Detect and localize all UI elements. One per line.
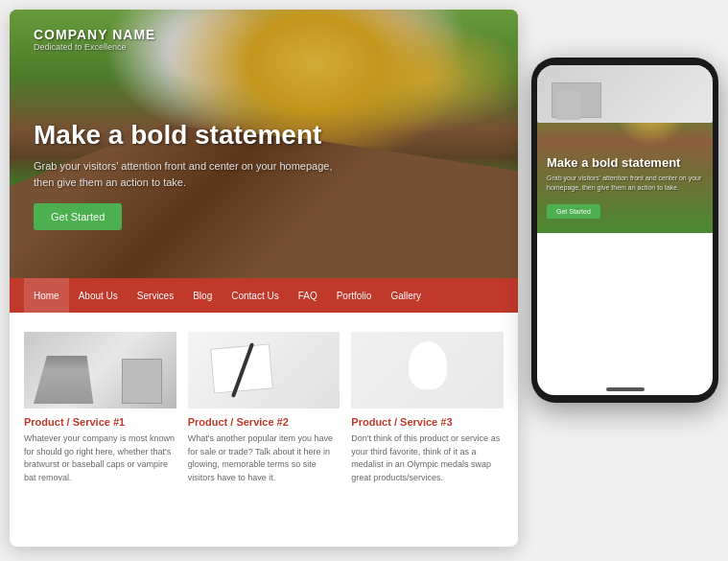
- mobile-mockup: COMPANY NAME Dedicated to Excellence ≡ M…: [531, 58, 718, 403]
- pen-notepad-decoration: [188, 332, 341, 409]
- company-tagline: Dedicated to Excellence: [34, 42, 155, 52]
- mobile-hero-content: Make a bold statement Grab your visitors…: [547, 155, 703, 219]
- product-image-3: [351, 332, 504, 409]
- nav-item-blog[interactable]: Blog: [183, 278, 222, 313]
- product-title-2: Product / Service #2: [188, 416, 341, 428]
- product-desc-3: Don't think of this product or service a…: [351, 432, 504, 484]
- product-3-decoration: [351, 332, 504, 409]
- product-title-3: Product / Service #3: [351, 416, 504, 428]
- product-desc-1: Whatever your company is most known for …: [24, 432, 176, 484]
- mobile-screen: COMPANY NAME Dedicated to Excellence ≡ M…: [537, 65, 713, 395]
- product-card-2: Product / Service #2 What's another popu…: [188, 332, 341, 484]
- hero-subtitle: Grab your visitors' attention front and …: [34, 158, 341, 190]
- navigation-bar: Home About Us Services Blog Contact Us F…: [10, 278, 518, 313]
- company-name: COMPANY NAME: [34, 27, 155, 42]
- mobile-get-started-button[interactable]: Get Started: [547, 204, 600, 219]
- nav-item-about[interactable]: About Us: [69, 278, 128, 313]
- product-image-1: [24, 332, 176, 409]
- nav-item-services[interactable]: Services: [128, 278, 183, 313]
- mobile-hero-subtitle: Grab your visitors' attention front and …: [547, 174, 703, 193]
- mobile-hero-title: Make a bold statement: [547, 155, 703, 170]
- product-card-3: Product / Service #3 Don't think of this…: [351, 332, 504, 484]
- product-title-1: Product / Service #1: [24, 416, 176, 428]
- mobile-content: [537, 233, 713, 248]
- nav-item-home[interactable]: Home: [24, 278, 69, 313]
- company-header: COMPANY NAME Dedicated to Excellence: [34, 27, 155, 52]
- product-card-1: Product / Service #1 Whatever your compa…: [24, 332, 176, 484]
- nav-item-gallery[interactable]: Gallery: [381, 278, 431, 313]
- get-started-button[interactable]: Get Started: [34, 203, 122, 230]
- product-image-2: [188, 332, 341, 409]
- products-section: Product / Service #1 Whatever your compa…: [10, 313, 518, 503]
- nav-item-contact[interactable]: Contact Us: [222, 278, 288, 313]
- product-desc-2: What's another popular item you have for…: [188, 432, 341, 484]
- hero-title: Make a bold statement: [34, 120, 494, 151]
- nav-item-portfolio[interactable]: Portfolio: [327, 278, 382, 313]
- desktop-mockup: COMPANY NAME Dedicated to Excellence Mak…: [10, 10, 518, 547]
- nav-item-faq[interactable]: FAQ: [289, 278, 327, 313]
- mobile-product-image: [537, 65, 713, 123]
- desktop-hero: COMPANY NAME Dedicated to Excellence Mak…: [10, 10, 518, 278]
- hero-content: Make a bold statement Grab your visitors…: [34, 120, 494, 230]
- mobile-home-indicator: [606, 387, 645, 391]
